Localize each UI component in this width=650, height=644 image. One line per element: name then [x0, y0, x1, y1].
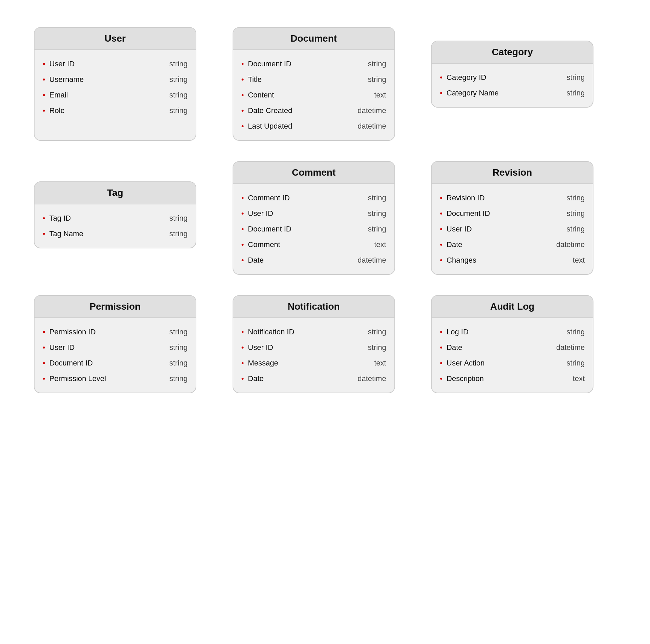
field-name-permission-1: User ID	[49, 343, 104, 352]
field-row-audit-log-1: •Datedatetime	[440, 340, 585, 355]
field-bullet-audit-log-3: •	[440, 375, 442, 382]
field-name-user-2: Email	[49, 91, 104, 99]
field-bullet-comment-2: •	[241, 225, 244, 233]
field-name-user-1: Username	[49, 75, 104, 84]
entity-header-revision: Revision	[432, 162, 593, 184]
field-row-revision-0: •Revision IDstring	[440, 190, 585, 206]
field-type-comment-0: string	[361, 194, 386, 202]
field-name-tag-1: Tag Name	[49, 229, 104, 238]
field-row-comment-4: •Datedatetime	[241, 252, 386, 268]
field-type-tag-1: string	[162, 229, 188, 238]
field-type-revision-3: datetime	[549, 240, 585, 249]
field-bullet-audit-log-2: •	[440, 359, 442, 367]
entity-header-notification: Notification	[233, 296, 394, 318]
field-bullet-document-4: •	[241, 123, 244, 130]
field-name-document-0: Document ID	[248, 60, 302, 68]
entity-title-revision: Revision	[493, 167, 532, 178]
field-bullet-revision-1: •	[440, 210, 442, 217]
field-bullet-revision-3: •	[440, 241, 442, 248]
entity-header-comment: Comment	[233, 162, 394, 184]
field-type-notification-2: text	[367, 359, 386, 368]
field-type-revision-1: string	[560, 209, 585, 218]
field-bullet-comment-4: •	[241, 257, 244, 264]
field-name-comment-3: Comment	[248, 240, 302, 249]
field-type-document-1: string	[361, 75, 386, 84]
field-name-audit-log-2: User Action	[447, 359, 501, 368]
field-type-notification-0: string	[361, 328, 386, 336]
field-bullet-category-1: •	[440, 89, 442, 97]
field-type-revision-2: string	[560, 225, 585, 234]
field-row-permission-0: •Permission IDstring	[43, 324, 188, 340]
field-row-tag-0: •Tag IDstring	[43, 210, 188, 226]
field-row-tag-1: •Tag Namestring	[43, 226, 188, 242]
field-bullet-notification-0: •	[241, 328, 244, 336]
field-bullet-document-2: •	[241, 91, 244, 99]
entity-body-tag: •Tag IDstring•Tag Namestring	[35, 204, 196, 248]
field-type-category-0: string	[560, 73, 585, 82]
entity-body-notification: •Notification IDstring•User IDstring•Mes…	[233, 318, 394, 393]
field-type-tag-0: string	[162, 214, 188, 223]
field-row-user-1: •Usernamestring	[43, 72, 188, 87]
field-row-category-1: •Category Namestring	[440, 85, 585, 101]
field-row-permission-1: •User IDstring	[43, 340, 188, 355]
field-row-audit-log-2: •User Actionstring	[440, 355, 585, 371]
entity-header-user: User	[35, 28, 196, 50]
field-name-notification-1: User ID	[248, 343, 302, 352]
diagram: User•User IDstring•Usernamestring•Emails…	[14, 14, 636, 407]
field-name-document-1: Title	[248, 75, 302, 84]
field-row-revision-2: •User IDstring	[440, 221, 585, 237]
entity-body-revision: •Revision IDstring•Document IDstring•Use…	[432, 184, 593, 274]
field-bullet-revision-0: •	[440, 194, 442, 202]
field-bullet-user-3: •	[43, 107, 45, 114]
field-row-user-0: •User IDstring	[43, 56, 188, 72]
field-row-notification-1: •User IDstring	[241, 340, 386, 355]
field-type-comment-4: datetime	[351, 256, 386, 265]
field-row-user-2: •Emailstring	[43, 87, 188, 103]
field-row-document-0: •Document IDstring	[241, 56, 386, 72]
field-row-notification-0: •Notification IDstring	[241, 324, 386, 340]
field-type-document-4: datetime	[351, 122, 386, 131]
field-type-document-0: string	[361, 60, 386, 68]
field-name-comment-1: User ID	[248, 209, 302, 218]
entity-header-permission: Permission	[35, 296, 196, 318]
field-type-user-3: string	[162, 106, 188, 115]
field-name-audit-log-0: Log ID	[447, 328, 501, 336]
field-row-document-1: •Titlestring	[241, 72, 386, 87]
field-name-notification-3: Date	[248, 374, 302, 383]
entity-title-document: Document	[290, 33, 337, 44]
entity-title-user: User	[105, 33, 126, 44]
field-row-revision-1: •Document IDstring	[440, 206, 585, 221]
entity-body-category: •Category IDstring•Category Namestring	[432, 64, 593, 107]
field-bullet-notification-1: •	[241, 344, 244, 351]
field-bullet-tag-1: •	[43, 230, 45, 238]
field-bullet-comment-1: •	[241, 210, 244, 217]
entity-title-permission: Permission	[90, 301, 141, 312]
entity-card-tag: Tag•Tag IDstring•Tag Namestring	[34, 181, 196, 248]
field-name-permission-0: Permission ID	[49, 328, 104, 336]
field-name-comment-0: Comment ID	[248, 194, 302, 202]
field-name-tag-0: Tag ID	[49, 214, 104, 223]
field-name-user-3: Role	[49, 106, 104, 115]
entity-header-audit-log: Audit Log	[432, 296, 593, 318]
field-name-permission-3: Permission Level	[49, 374, 106, 383]
field-name-document-3: Date Created	[248, 106, 302, 115]
field-type-document-2: text	[367, 91, 386, 99]
field-row-audit-log-3: •Descriptiontext	[440, 371, 585, 386]
entity-header-tag: Tag	[35, 182, 196, 204]
entity-title-tag: Tag	[107, 187, 123, 198]
field-row-comment-0: •Comment IDstring	[241, 190, 386, 206]
field-type-comment-2: string	[361, 225, 386, 234]
field-row-comment-1: •User IDstring	[241, 206, 386, 221]
field-bullet-notification-2: •	[241, 359, 244, 367]
field-row-audit-log-0: •Log IDstring	[440, 324, 585, 340]
entity-body-permission: •Permission IDstring•User IDstring•Docum…	[35, 318, 196, 393]
field-bullet-permission-2: •	[43, 359, 45, 367]
entity-title-comment: Comment	[292, 167, 335, 178]
entity-body-document: •Document IDstring•Titlestring•Contentte…	[233, 50, 394, 140]
field-name-category-1: Category Name	[447, 89, 501, 97]
field-name-permission-2: Document ID	[49, 359, 104, 368]
field-bullet-comment-0: •	[241, 194, 244, 202]
field-name-revision-0: Revision ID	[447, 194, 501, 202]
field-name-revision-4: Changes	[447, 256, 501, 265]
field-row-notification-3: •Datedatetime	[241, 371, 386, 386]
